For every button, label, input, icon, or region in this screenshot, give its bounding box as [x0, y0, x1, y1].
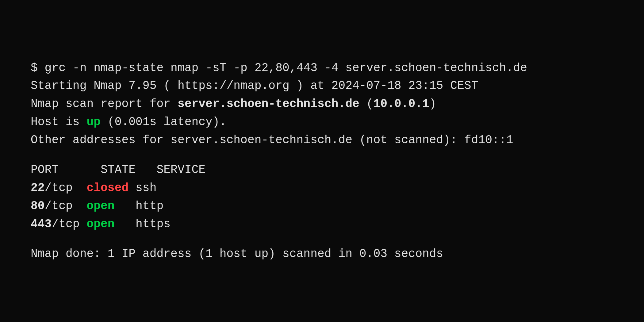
terminal-line-port443: 443/tcp open https: [31, 215, 613, 233]
terminal-line-port80: 80/tcp open http: [31, 197, 613, 215]
spacer: [31, 233, 613, 245]
terminal-line-header: PORT STATE SERVICE: [31, 161, 613, 179]
terminal-text-segment: 80: [31, 199, 45, 213]
terminal-text-segment: 443: [31, 217, 52, 231]
terminal-line-host-up: Host is up (0.001s latency).: [31, 113, 613, 131]
terminal-text-segment: /tcp: [45, 181, 87, 194]
terminal-text-segment: Nmap done: 1 IP address (1 host up) scan…: [31, 247, 443, 260]
terminal-line-other-addresses: Other addresses for server.schoen-techni…: [31, 131, 613, 149]
terminal-text-segment: 10.0.0.1: [373, 97, 429, 110]
terminal-text-segment: $ grc -n nmap-state nmap -sT -p 22,80,44…: [31, 61, 527, 75]
terminal-text-segment: http: [115, 199, 164, 213]
terminal-text-segment: PORT STATE SERVICE: [31, 163, 205, 176]
terminal-text-segment: (0.001s latency).: [101, 115, 226, 128]
terminal-text-segment: up: [86, 115, 101, 128]
terminal-window: $ grc -n nmap-state nmap -sT -p 22,80,44…: [0, 0, 644, 322]
terminal-text-segment: Starting Nmap 7.95 ( https://nmap.org ) …: [31, 79, 478, 92]
terminal-text-segment: /tcp: [52, 217, 86, 231]
terminal-text-segment: (: [359, 97, 374, 110]
terminal-text-segment: https: [115, 217, 171, 231]
terminal-text-segment: Host is: [31, 115, 86, 128]
terminal-text-segment: open: [86, 217, 114, 231]
terminal-line-port22: 22/tcp closed ssh: [31, 179, 613, 197]
terminal-text-segment: 22: [31, 181, 45, 194]
terminal-line-command: $ grc -n nmap-state nmap -sT -p 22,80,44…: [31, 59, 613, 77]
terminal-text-segment: ): [429, 97, 436, 110]
terminal-text-segment: Other addresses for server.schoen-techni…: [31, 133, 513, 147]
terminal-line-done: Nmap done: 1 IP address (1 host up) scan…: [31, 245, 613, 263]
terminal-text-segment: closed: [86, 181, 128, 194]
terminal-line-starting: Starting Nmap 7.95 ( https://nmap.org ) …: [31, 77, 613, 95]
terminal-text-segment: open: [86, 199, 114, 213]
spacer: [31, 149, 613, 161]
terminal-text-segment: /tcp: [45, 199, 87, 213]
terminal-line-scan-report: Nmap scan report for server.schoen-techn…: [31, 95, 613, 113]
terminal-text-segment: Nmap scan report for: [31, 97, 178, 110]
terminal-text-segment: ssh: [128, 181, 156, 194]
terminal-text-segment: server.schoen-technisch.de: [178, 97, 359, 110]
